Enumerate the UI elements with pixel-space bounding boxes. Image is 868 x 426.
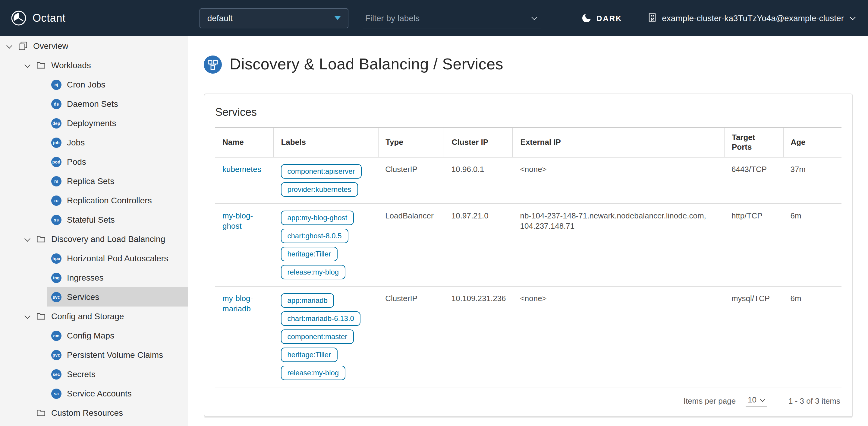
cell-external-ip: <none>	[513, 286, 724, 387]
sidebar-item-pods[interactable]: podPods	[47, 152, 188, 171]
sidebar-item-label: Daemon Sets	[67, 99, 118, 109]
chevron-down-icon[interactable]	[24, 62, 30, 68]
ingresses-icon: ing	[51, 273, 61, 283]
cell-external-ip: nb-104-237-148-71.newark.nodebalancer.li…	[513, 204, 724, 286]
sidebar-item-label: Jobs	[67, 138, 85, 147]
folder-icon	[36, 234, 46, 244]
sidebar-item-workloads[interactable]: Workloads	[0, 56, 188, 75]
sidebar-item-label: Cron Jobs	[67, 80, 105, 89]
sidebar-item-stateful-sets[interactable]: ssStateful Sets	[47, 210, 188, 229]
chevron-down-icon	[24, 410, 30, 416]
sidebar-item-replication-controllers[interactable]: rcReplication Controllers	[47, 191, 188, 210]
sidebar-item-label: Workloads	[51, 60, 91, 70]
horizontal-pod-autoscalers-icon: hpa	[51, 253, 61, 263]
service-link[interactable]: my-blog-mariadb	[222, 294, 253, 313]
cell-labels: app:mariadbchart:mariadb-6.13.0component…	[273, 286, 378, 387]
label-pill-stack: app:my-blog-ghostchart:ghost-8.0.5herita…	[281, 210, 371, 279]
cell-target-ports: 6443/TCP	[724, 157, 783, 204]
label-pill-stack: app:mariadbchart:mariadb-6.13.0component…	[281, 293, 371, 380]
column-header-labels: Labels	[273, 127, 378, 157]
cell-name: my-blog-ghost	[215, 204, 273, 286]
cell-labels: component:apiserverprovider:kubernetes	[273, 157, 378, 204]
label-pill[interactable]: component:master	[281, 330, 354, 344]
table-row-kubernetes: kubernetescomponent:apiserverprovider:ku…	[215, 157, 841, 204]
sidebar-item-persistent-volume-claims[interactable]: pvcPersistent Volume Claims	[47, 345, 188, 365]
label-filter-input[interactable]	[364, 12, 532, 23]
service-link[interactable]: kubernetes	[222, 165, 261, 174]
context-selector[interactable]: example-cluster-ka3TuTzYo4a@example-clus…	[647, 12, 855, 24]
table-body: kubernetescomponent:apiserverprovider:ku…	[215, 157, 841, 387]
sidebar-item-config-maps[interactable]: cmConfig Maps	[47, 326, 188, 345]
label-pill[interactable]: provider:kubernetes	[281, 182, 358, 197]
sidebar-item-cron-jobs[interactable]: cjCron Jobs	[47, 75, 188, 94]
jobs-icon: job	[51, 137, 61, 147]
sidebar-item-overview[interactable]: Overview	[0, 36, 188, 56]
sidebar-item-service-accounts[interactable]: saService Accounts	[47, 384, 188, 403]
sidebar-item-daemon-sets[interactable]: dsDaemon Sets	[47, 94, 188, 113]
page-title: Discovery & Load Balancing / Services	[230, 55, 503, 74]
cron-jobs-icon: cj	[51, 79, 61, 90]
label-pill[interactable]: release:my-blog	[281, 366, 345, 380]
items-per-page-select[interactable]: 10	[745, 395, 767, 407]
label-pill[interactable]: chart:ghost-8.0.5	[281, 229, 348, 243]
cell-external-ip: <none>	[513, 157, 724, 204]
chevron-down-icon	[849, 14, 856, 20]
sidebar-item-services[interactable]: svcServices	[47, 287, 188, 307]
secrets-icon: sec	[51, 369, 61, 379]
cell-name: kubernetes	[215, 157, 273, 204]
chevron-down-icon[interactable]	[24, 236, 30, 242]
items-per-page-label: Items per page	[684, 396, 736, 405]
replication-controllers-icon: rc	[51, 195, 61, 205]
overview-icon	[18, 41, 28, 51]
pagination: Items per page 10 1 - 3 of 3 items	[215, 388, 841, 415]
namespace-selector[interactable]: default	[199, 8, 348, 28]
sidebar-item-label: Service Accounts	[67, 389, 132, 398]
sidebar-item-label: Stateful Sets	[67, 215, 115, 224]
chevron-down-icon[interactable]	[6, 43, 12, 49]
sidebar-item-label: Ingresses	[67, 273, 103, 282]
sidebar-item-config-and-storage[interactable]: Config and Storage	[0, 307, 188, 326]
table-header: NameLabelsTypeCluster IPExternal IPTarge…	[215, 127, 841, 157]
label-pill[interactable]: release:my-blog	[281, 265, 345, 279]
sidebar-item-jobs[interactable]: jobJobs	[47, 133, 188, 152]
theme-toggle-label: DARK	[596, 13, 622, 23]
stateful-sets-icon: ss	[51, 215, 61, 225]
sidebar-item-ingresses[interactable]: ingIngresses	[47, 268, 188, 287]
sidebar-item-horizontal-pod-autoscalers[interactable]: hpaHorizontal Pod Autoscalers	[47, 249, 188, 268]
folder-icon	[36, 407, 46, 418]
services-card: Services NameLabelsTypeCluster IPExterna…	[204, 93, 853, 417]
daemon-sets-icon: ds	[51, 98, 61, 109]
label-pill[interactable]: heritage:Tiller	[281, 347, 338, 362]
sidebar-nav: OverviewWorkloadscjCron JobsdsDaemon Set…	[0, 36, 188, 426]
cell-age: 37m	[783, 157, 841, 204]
sidebar-item-secrets[interactable]: secSecrets	[47, 365, 188, 384]
label-pill[interactable]: app:mariadb	[281, 293, 334, 308]
column-header-cluster-ip: Cluster IP	[444, 127, 513, 157]
theme-toggle-button[interactable]: DARK	[583, 13, 622, 23]
service-link[interactable]: my-blog-ghost	[222, 211, 253, 230]
cell-cluster-ip: 10.97.21.0	[444, 204, 513, 286]
label-pill[interactable]: component:apiserver	[281, 164, 361, 179]
label-filter[interactable]	[363, 8, 541, 28]
sidebar-item-label: Custom Resources	[51, 408, 123, 418]
sidebar-item-label: Config and Storage	[51, 311, 124, 321]
label-pill[interactable]: heritage:Tiller	[281, 247, 338, 261]
sidebar-item-label: Config Maps	[67, 331, 114, 340]
pods-icon: pod	[51, 157, 61, 167]
sidebar-item-custom-resources[interactable]: Custom Resources	[0, 403, 188, 422]
sidebar-item-discovery-and-load-balancing[interactable]: Discovery and Load Balancing	[0, 229, 188, 249]
sidebar-item-deployments[interactable]: depDeployments	[47, 113, 188, 133]
label-pill[interactable]: app:my-blog-ghost	[281, 210, 354, 225]
label-pill[interactable]: chart:mariadb-6.13.0	[281, 311, 361, 326]
table-row-my-blog-ghost: my-blog-ghostapp:my-blog-ghostchart:ghos…	[215, 204, 841, 286]
sidebar-item-label: Replica Sets	[67, 176, 114, 186]
app-title: Octant	[33, 12, 66, 24]
chevron-down-icon[interactable]	[24, 313, 30, 319]
sidebar-item-replica-sets[interactable]: rsReplica Sets	[47, 171, 188, 191]
sidebar-item-label: Horizontal Pod Autoscalers	[67, 253, 168, 263]
sidebar-item-label: Overview	[33, 41, 68, 51]
sidebar-item-label: Deployments	[67, 118, 116, 128]
services-icon: svc	[51, 292, 61, 302]
service-accounts-icon: sa	[51, 388, 61, 399]
cell-age: 6m	[783, 204, 841, 286]
